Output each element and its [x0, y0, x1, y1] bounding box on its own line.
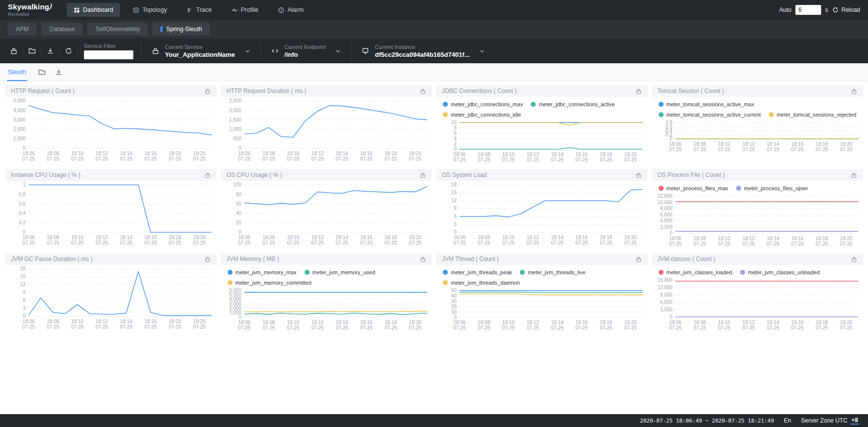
chart-title: OS Process File ( Count )	[658, 171, 725, 178]
svg-text:1: 1	[23, 182, 26, 187]
svg-text:07-25: 07-25	[600, 240, 613, 246]
svg-text:07-25: 07-25	[409, 156, 422, 162]
legend-item-meter-tomcat-sessions-active-max[interactable]: meter_tomcat_sessions_active_max	[659, 99, 754, 109]
legend-item-meter-tomcat-sessions-active-current[interactable]: meter_tomcat_sessions_active_current	[659, 109, 761, 120]
legend-item-meter-process-files-max[interactable]: meter_process_files_max	[659, 183, 728, 193]
chart-title-bar: OS CPU Usage ( % )	[221, 169, 433, 181]
reload-button[interactable]: Reload	[832, 6, 860, 13]
selector-current-service[interactable]: Current Service Your_ApplicationName	[141, 42, 261, 60]
chevron-down-icon	[479, 48, 485, 54]
svg-text:07-25: 07-25	[791, 325, 804, 331]
svg-text:07-25: 07-25	[120, 240, 133, 246]
lock-icon	[204, 256, 211, 262]
svg-text:18:16: 18:16	[360, 320, 372, 325]
svg-text:18:18: 18:18	[815, 320, 828, 325]
lock-icon[interactable]	[851, 88, 857, 94]
lock-icon[interactable]	[635, 172, 642, 178]
auto-interval-input[interactable]	[795, 5, 821, 15]
lock-icon[interactable]	[204, 88, 211, 94]
lock-icon[interactable]	[420, 88, 426, 94]
svg-text:07-25: 07-25	[600, 157, 613, 163]
lock-icon[interactable]	[420, 256, 426, 262]
legend-item-meter-jvm-memory-committed[interactable]: meter_jvm_memory_committed	[228, 277, 312, 288]
menu-item-profile[interactable]: Profile	[225, 3, 265, 17]
legend-item-meter-tomcat-sessions-rejected[interactable]: meter_tomcat_sessions_rejected	[769, 109, 856, 120]
chart-card-http-request-duration-ms: HTTP Request Duration ( ms ) 2,5002,0001…	[221, 85, 433, 166]
toolbar-folder-button[interactable]	[23, 44, 41, 57]
legend-item-meter-jdbc-connections-idle[interactable]: meter_jdbc_connections_idle	[443, 109, 521, 120]
svg-text:18:14: 18:14	[551, 152, 563, 157]
legend-label: meter_jvm_threads_live	[528, 269, 586, 275]
reload-label: Reload	[841, 6, 860, 13]
language-toggle[interactable]: En	[784, 417, 791, 424]
menu-item-dashboard[interactable]: Dashboard	[67, 3, 120, 17]
menu-item-trace[interactable]: Trace	[180, 3, 219, 17]
legend-item-meter-jvm-threads-peak[interactable]: meter_jvm_threads_peak	[443, 267, 512, 277]
chart-plot: 6,0005,0004,0003,0002,0001,000018:0607-2…	[221, 288, 433, 332]
selector-current-endpoint[interactable]: Current Endpoint /info	[261, 42, 351, 60]
chart-plot: 10.80.60.40.2018:0607-2518:0807-2518:100…	[5, 182, 217, 247]
lock-icon[interactable]	[420, 172, 426, 178]
toolbar-lock-button[interactable]	[5, 44, 23, 57]
svg-text:18:12: 18:12	[96, 151, 108, 156]
legend-dot	[228, 270, 233, 275]
svg-text:3: 3	[454, 221, 457, 227]
chart-plot: 5,0004,0003,0002,0001,000018:0607-2518:0…	[5, 98, 217, 163]
svg-text:18:16: 18:16	[145, 319, 157, 324]
legend-item-meter-jdbc-connections-active[interactable]: meter_jdbc_connections_active	[531, 99, 615, 109]
top-right-controls: Auto s Reload	[779, 5, 860, 15]
page-tab-selfobservability[interactable]: SelfObservability	[87, 23, 148, 36]
tab-sleuth[interactable]: Sleuth	[7, 63, 27, 81]
svg-text:4,000: 4,000	[13, 108, 26, 113]
legend-item-meter-jvm-threads-daemon[interactable]: meter_jvm_threads_daemon	[443, 277, 520, 288]
page-tab-database[interactable]: Database	[41, 23, 82, 36]
lock-icon[interactable]	[851, 256, 857, 262]
svg-text:2,500: 2,500	[229, 98, 241, 103]
legend-item-meter-process-files-open[interactable]: meter_process_files_open	[736, 183, 808, 193]
legend-item-meter-jdbc-connections-max[interactable]: meter_jdbc_connections_max	[443, 99, 523, 109]
legend-dot	[443, 270, 448, 275]
chart-title-bar: Instance CPU Usage ( % )	[5, 169, 217, 181]
lock-icon[interactable]	[204, 172, 211, 178]
page-tab-apm[interactable]: APM	[8, 23, 37, 36]
service-filter-input[interactable]	[84, 50, 133, 59]
svg-text:100: 100	[233, 182, 241, 187]
menu-item-topology[interactable]: Topology	[126, 3, 174, 17]
download-icon[interactable]	[55, 68, 63, 76]
lock-icon[interactable]	[851, 172, 857, 178]
svg-text:9: 9	[454, 206, 457, 211]
svg-text:18:06: 18:06	[22, 151, 35, 156]
svg-text:18:10: 18:10	[502, 320, 514, 325]
menu-item-alarm[interactable]: Alarm	[271, 3, 311, 17]
lock-icon[interactable]	[635, 256, 642, 262]
lock-icon[interactable]	[635, 88, 642, 94]
selector-current-instance[interactable]: Current Instance df5cc29cca094af4b165d74…	[351, 42, 495, 60]
lock-icon[interactable]	[204, 256, 211, 262]
toolbar-download-button[interactable]	[41, 44, 60, 57]
svg-text:18:12: 18:12	[311, 320, 323, 325]
svg-text:60: 60	[236, 201, 241, 207]
page-tab-spring-sleuth[interactable]: Spring-Sleuth	[153, 23, 210, 36]
toolbar-refresh-button[interactable]	[60, 44, 78, 57]
svg-text:18:12: 18:12	[311, 151, 323, 156]
legend-item-meter-jvm-memory-used[interactable]: meter_jvm_memory_used	[305, 267, 375, 277]
svg-text:18:12: 18:12	[742, 320, 754, 325]
svg-text:07-25: 07-25	[717, 241, 730, 247]
svg-text:0.2: 0.2	[19, 220, 26, 225]
svg-text:18:08: 18:08	[262, 235, 275, 240]
chart-plot: 108642018:0607-2518:0807-2518:1007-2518:…	[436, 120, 648, 164]
legend-item-meter-jvm-threads-live[interactable]: meter_jvm_threads_live	[520, 267, 586, 277]
svg-text:07-25: 07-25	[840, 325, 853, 331]
server-zone-value[interactable]: +8	[850, 417, 859, 425]
legend-item-meter-jvm-classes-loaded[interactable]: meter_jvm_classes_loaded	[659, 267, 732, 277]
svg-text:07-25: 07-25	[120, 324, 133, 330]
svg-text:07-25: 07-25	[262, 325, 275, 331]
chart-title: JVM GC Pause Duration ( ms )	[11, 256, 92, 262]
legend-item-meter-jvm-classes-unloaded[interactable]: meter_jvm_classes_unloaded	[740, 267, 820, 277]
legend-item-meter-jvm-memory-max[interactable]: meter_jvm_memory_max	[228, 267, 297, 277]
svg-text:07-25: 07-25	[502, 157, 515, 163]
svg-text:0: 0	[23, 145, 26, 151]
svg-text:18:20: 18:20	[409, 151, 421, 156]
folder-icon[interactable]	[38, 68, 46, 76]
svg-text:07-25: 07-25	[840, 147, 853, 152]
